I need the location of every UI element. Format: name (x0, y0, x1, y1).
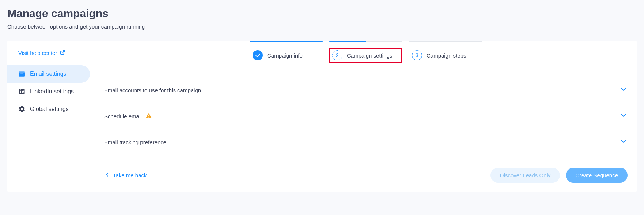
page-title: Manage campaigns (7, 7, 637, 20)
step-campaign-settings[interactable]: 2 Campaign settings (329, 41, 402, 63)
sidebar-item-label: Global settings (30, 106, 69, 112)
sidebar-item-email-settings[interactable]: Email settings (7, 65, 90, 83)
campaign-card: Visit help center Email settings LinkedI… (7, 41, 637, 192)
accordion-item-email-accounts[interactable]: Email accounts to use for this campaign (104, 77, 628, 103)
accordion-title-text: Schedule email (104, 113, 142, 119)
step-campaign-steps[interactable]: 3 Campaign steps (409, 41, 482, 63)
page-subtitle: Choose between options and get your camp… (7, 23, 637, 30)
step-label: Campaign info (267, 52, 303, 59)
sidebar-item-label: Email settings (30, 71, 67, 77)
check-circle-icon (253, 50, 263, 60)
back-link-label: Take me back (113, 172, 147, 178)
gear-icon (18, 105, 26, 113)
external-link-icon (60, 50, 65, 56)
svg-rect-2 (20, 91, 21, 93)
chevron-left-icon (104, 172, 110, 179)
help-center-label: Visit help center (18, 50, 57, 56)
accordion-title-text: Email tracking preference (104, 139, 166, 145)
back-link[interactable]: Take me back (104, 172, 147, 179)
step-campaign-info[interactable]: Campaign info (250, 41, 323, 63)
step-number-icon: 2 (332, 50, 342, 60)
warning-icon (145, 112, 152, 120)
step-number-icon: 3 (412, 50, 422, 60)
chevron-down-icon (620, 137, 628, 147)
sidebar-item-linkedin-settings[interactable]: LinkedIn settings (7, 83, 90, 100)
help-center-link[interactable]: Visit help center (7, 50, 76, 65)
svg-point-3 (20, 89, 21, 90)
step-progress-bar (250, 41, 323, 42)
accordion-title-text: Email accounts to use for this campaign (104, 87, 201, 93)
sidebar-item-label: LinkedIn settings (30, 88, 74, 95)
sidebar: Visit help center Email settings LinkedI… (7, 41, 95, 192)
svg-line-0 (62, 51, 64, 53)
create-sequence-button[interactable]: Create Sequence (566, 168, 628, 183)
email-envelope-icon (18, 70, 26, 78)
sidebar-item-global-settings[interactable]: Global settings (7, 100, 90, 118)
discover-leads-button[interactable]: Discover Leads Only (490, 168, 560, 183)
step-progress-bar (329, 41, 402, 42)
accordion-item-email-tracking[interactable]: Email tracking preference (104, 129, 628, 155)
step-progress-bar (409, 41, 482, 42)
step-label: Campaign settings (347, 52, 392, 59)
linkedin-icon (18, 88, 26, 95)
step-label: Campaign steps (427, 52, 466, 59)
footer-actions: Take me back Discover Leads Only Create … (104, 168, 628, 183)
chevron-down-icon (620, 85, 628, 95)
step-highlight-box: 2 Campaign settings (329, 48, 402, 63)
chevron-down-icon (620, 111, 628, 121)
main-panel: Campaign info 2 Campaign settings 3 Camp… (95, 41, 637, 192)
accordion-list: Email accounts to use for this campaign … (104, 77, 628, 155)
stepper: Campaign info 2 Campaign settings 3 Camp… (104, 41, 628, 63)
accordion-item-schedule-email[interactable]: Schedule email (104, 103, 628, 129)
